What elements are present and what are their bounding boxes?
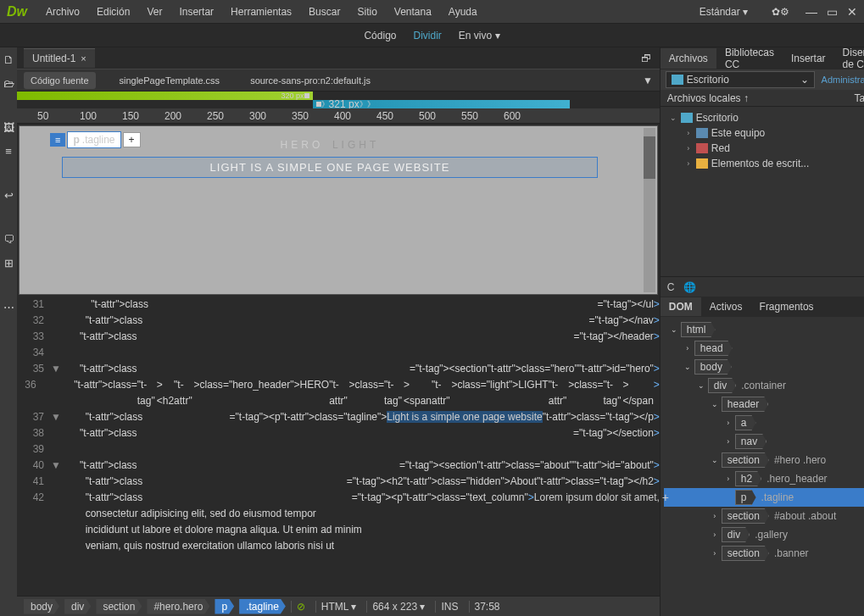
close-tab-icon[interactable]: × [81,53,86,64]
minimize-button[interactable]: — [806,7,817,17]
crumb-div[interactable]: div [64,599,91,614]
status-time: 37:58 [469,601,505,613]
status-ok-icon[interactable]: ⊘ [291,601,310,613]
status-bar: bodydivsection#hero.herop.tagline ⊘ HTML… [17,596,660,616]
code-editor[interactable]: 31 "t-attr">class="t-tag"></ul>32 "t-att… [17,297,660,596]
dom-a[interactable]: ›a [664,413,864,432]
document-tabs: Untitled-1× 🗗 [17,47,660,69]
dom-div[interactable]: ›div.gallery [664,525,864,544]
crumb-herohero[interactable]: #hero.hero [147,599,209,614]
format-icon[interactable]: ⊞ [0,254,17,271]
manage-sites-link[interactable]: Administrar sitios [822,75,864,85]
element-selector[interactable]: ≡ p .tagline + [50,131,141,148]
view-split[interactable]: Dividir [413,30,441,42]
menu-ver[interactable]: Ver [138,6,170,18]
view-code[interactable]: Código [364,30,396,42]
dom-div[interactable]: ⌄div.container [664,376,864,395]
dom-tab-1[interactable]: Activos [701,297,751,316]
crumb-p[interactable]: p [215,599,234,614]
comment-icon[interactable]: 🗨 [0,230,17,247]
more-icon[interactable]: ⋯ [0,298,17,315]
status-lang[interactable]: HTML ▾ [315,601,362,613]
refresh-icon[interactable]: C [667,281,675,293]
new-file-icon[interactable]: 🗋 [0,51,17,68]
maximize-button[interactable]: ▭ [827,7,837,17]
breakpoint-321[interactable]: 》321 px 》》 [313,100,570,108]
dom-html[interactable]: ⌄html [664,320,864,339]
filter-icon[interactable]: ▼ [643,75,653,86]
manage-icon[interactable]: 🖼 [0,119,17,136]
menu-ventana[interactable]: Ventana [386,6,440,18]
sync-icon[interactable]: ✿⚙ [763,6,798,18]
tab-menu-icon[interactable]: 🗗 [641,53,651,64]
panel-tabs: ArchivosBibliotecas CCInsertarDiseñador … [661,47,864,69]
js-tab[interactable]: source-sans-pro:n2:default.js [243,72,377,89]
live-preview[interactable]: ≡ p .tagline + HERO LIGHT LIGHT IS A SIM… [19,125,658,295]
dom-nav[interactable]: ›nav [664,432,864,451]
file-Red[interactable]: ›Red [664,141,864,156]
dom-tree[interactable]: ⌄html›head⌄body⌄div.container⌄header›a›n… [661,317,864,616]
menu-archivo[interactable]: Archivo [37,6,88,18]
menu-edición[interactable]: Edición [88,6,138,18]
dom-section[interactable]: ›section#about .about [664,507,864,525]
ruler[interactable]: 50100150200250300350400450500550600 [17,108,660,124]
menu-ayuda[interactable]: Ayuda [440,6,486,18]
dom-header[interactable]: ⌄header [664,395,864,413]
dom-tab-2[interactable]: Fragmentos [751,297,822,316]
files-location-bar: Escritorio⌄ Administrar sitios [661,69,864,90]
related-files: Código fuente singlePageTemplate.css sou… [17,69,660,92]
app-logo: Dw [7,4,27,19]
tagline-element[interactable]: LIGHT IS A SIMPLE ONE PAGE WEBSITE [62,157,598,178]
workspace-selector[interactable]: Estándar ▾ [691,6,756,18]
crumb-section[interactable]: section [96,599,142,614]
breakpoint-bar[interactable]: 320 px 》321 px 》》 [17,92,660,108]
dom-section[interactable]: ›section.banner [664,544,864,563]
wrap-icon[interactable]: ↩ [0,186,17,203]
dom-tab-0[interactable]: DOM [661,297,701,316]
dom-section[interactable]: ⌄section#hero .hero [664,451,864,469]
menu-buscar[interactable]: Buscar [300,6,348,18]
location-dropdown[interactable]: Escritorio⌄ [666,71,815,88]
dom-p[interactable]: +p.tagline [664,488,864,507]
menu-insertar[interactable]: Insertar [170,6,222,18]
open-file-icon[interactable]: 🗁 [0,75,17,92]
hamburger-icon[interactable]: ≡ [50,133,65,147]
dom-panel-tabs: DOMActivosFragmentos [661,297,864,317]
view-live[interactable]: En vivo [459,30,500,42]
left-toolbar: 🗋 🗁 🖼 ≡ ↩ 🗨 ⊞ ⋯ [0,47,17,616]
source-tab[interactable]: Código fuente [24,72,96,89]
preview-scrollbar[interactable] [644,128,655,292]
files-header[interactable]: Archivos locales ↑Tamaño [661,90,864,107]
css-tab[interactable]: singlePageTemplate.css [113,72,227,89]
panel-tab-0[interactable]: Archivos [661,48,716,69]
panel-tab-2[interactable]: Insertar [783,48,834,69]
dom-h2[interactable]: ›h2.hero_header [664,469,864,488]
status-dims[interactable]: 664 x 223 ▾ [366,601,430,613]
crumb-tagline[interactable]: .tagline [239,599,286,614]
doc-tab[interactable]: Untitled-1× [24,48,95,68]
add-selector-button[interactable]: + [123,132,141,147]
files-toolbar: C 🌐 [661,276,864,297]
menu-sitio[interactable]: Sitio [348,6,385,18]
file-Escritorio[interactable]: ⌄Escritorio [664,110,864,125]
file-tree[interactable]: ⌄Escritorio›Este equipo›Red›Elementos de… [661,107,864,276]
file-Este equipo[interactable]: ›Este equipo [664,125,864,141]
menubar: Dw ArchivoEdiciónVerInsertarHerramientas… [0,0,864,24]
breakpoint-320[interactable]: 320 px [17,92,313,100]
dom-head[interactable]: ›head [664,339,864,358]
crumb-body[interactable]: body [24,599,59,614]
code-nav-icon[interactable]: ≡ [0,142,17,159]
dom-body[interactable]: ⌄body [664,358,864,376]
file-Elementos de escrit...[interactable]: ›Elementos de escrit... [664,156,864,171]
sync-icon[interactable]: 🌐 [683,281,696,293]
right-panels: ArchivosBibliotecas CCInsertarDiseñador … [660,47,864,616]
status-insert[interactable]: INS [435,601,463,613]
menu-herramientas[interactable]: Herramientas [222,6,300,18]
close-button[interactable]: ✕ [847,7,857,17]
